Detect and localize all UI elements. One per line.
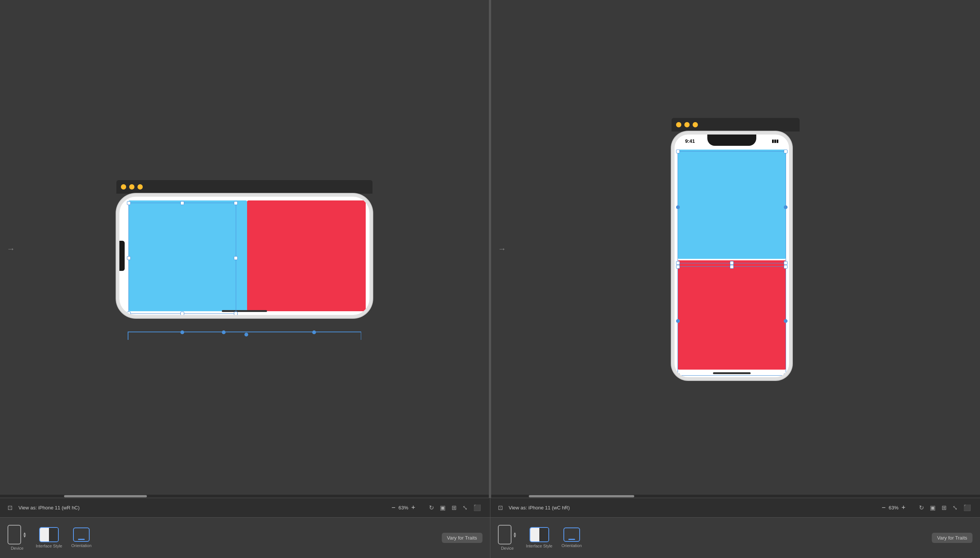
time-label: 9:41 [682,138,695,144]
left-device-chevron[interactable]: ▲ ▼ [23,532,27,538]
left-icon-device[interactable]: ▣ [438,502,447,513]
left-status-bar-bottom: ▲ ▼ Device Interface Style Orient [0,518,490,558]
red-rectangle-landscape [247,200,366,311]
right-scrollbar-thumb[interactable] [529,495,634,497]
landscape-window-bar [116,180,372,194]
panel-divider[interactable] [489,0,491,498]
right-device-icon[interactable] [498,525,511,545]
traffic-light-green-right[interactable] [693,122,698,127]
left-interface-style-label: Interface Style [36,544,62,548]
right-zoom-minus[interactable]: − [882,504,886,511]
right-scrollbar-track[interactable] [491,495,980,498]
traffic-light-yellow-left[interactable] [121,184,126,190]
left-orientation-label: Orientation [71,543,92,548]
right-canvas-panel: → 9:41 ▮▮▮ [491,0,980,498]
right-status-bar-bottom: ▲ ▼ Device Interface Style Orient [490,518,980,558]
home-indicator-landscape [222,310,267,312]
right-toolbar-icons: ↻ ▣ ⊞ ⤡ ⬛ [918,502,972,513]
red-rectangle-portrait [678,260,786,369]
right-status-panel: ⊡ View as: iPhone 11 (wC hR) − 63% + ↻ ▣… [490,498,980,558]
right-vary-button[interactable]: Vary for Traits [932,533,972,543]
right-orientation-control: Orientation [562,527,582,548]
left-interface-style-icon[interactable] [39,527,59,542]
traffic-light-yellow-right[interactable] [676,122,681,127]
right-icon-resize[interactable]: ⤡ [951,502,959,513]
right-device-label: Device [501,546,514,550]
left-scrollbar-track[interactable] [0,495,489,498]
right-interface-style-icon[interactable] [529,527,549,542]
battery-indicator: ▮▮▮ [772,138,782,144]
portrait-top-notch [707,135,756,146]
left-panel-arrow: → [7,244,15,254]
right-orientation-label: Orientation [562,543,582,548]
left-icon-resize[interactable]: ⤡ [461,502,469,513]
iphone-landscape-frame [116,194,372,318]
left-vary-button[interactable]: Vary for Traits [442,533,482,543]
left-view-label: View as: iPhone 11 (wR hC) [18,505,79,510]
traffic-light-green-left[interactable] [138,184,143,190]
left-device-label: Device [11,546,24,550]
portrait-window-wrapper: 9:41 ▮▮▮ [672,118,800,380]
right-icon-refresh[interactable]: ↻ [918,502,925,513]
right-zoom-control: − 63% + [882,504,905,511]
left-device-control: ▲ ▼ Device [8,525,27,550]
left-zoom-level: 63% [398,505,408,510]
left-icon-refresh[interactable]: ↻ [428,502,435,513]
right-view-label: View as: iPhone 11 (wC hR) [509,505,570,510]
left-icon-export[interactable]: ⬛ [472,502,482,513]
left-canvas-panel: → [0,0,489,498]
left-toolbar-icons: ↻ ▣ ⊞ ⤡ ⬛ [428,502,482,513]
right-device-chevron[interactable]: ▲ ▼ [513,532,517,538]
right-icon-export[interactable]: ⬛ [962,502,972,513]
left-view-icon: ⊡ [8,504,12,511]
landscape-window-wrapper [116,180,372,318]
right-view-icon: ⊡ [498,504,503,511]
right-icon-layout[interactable]: ⊞ [940,502,948,513]
right-status-bar-top: ⊡ View as: iPhone 11 (wC hR) − 63% + ↻ ▣… [490,498,980,518]
portrait-window-bar [672,118,800,131]
left-orientation-control: Orientation [71,527,92,548]
left-status-bar-top: ⊡ View as: iPhone 11 (wR hC) − 63% + ↻ ▣… [0,498,490,518]
left-orientation-icon[interactable] [73,527,90,542]
right-zoom-plus[interactable]: + [901,504,905,511]
right-icon-device[interactable]: ▣ [928,502,937,513]
right-panel-arrow: → [498,244,506,254]
blue-rectangle-portrait [678,149,786,259]
constraint-lines [116,317,372,340]
bottom-status-area: ⊡ View as: iPhone 11 (wR hC) − 63% + ↻ ▣… [0,498,980,558]
left-device-icon[interactable] [8,525,21,545]
traffic-light-orange-left[interactable] [129,184,134,190]
left-status-panel: ⊡ View as: iPhone 11 (wR hC) − 63% + ↻ ▣… [0,498,490,558]
left-zoom-minus[interactable]: − [391,504,395,511]
left-scrollbar-thumb[interactable] [64,495,147,497]
right-zoom-level: 63% [888,505,898,510]
right-style-dark [539,528,548,542]
left-interface-style-control: Interface Style [36,527,62,548]
blue-rectangle-landscape [128,200,247,311]
landscape-content [125,197,369,315]
left-style-dark [49,528,58,542]
left-icon-layout[interactable]: ⊞ [450,502,458,513]
left-zoom-plus[interactable]: + [411,504,415,511]
right-interface-style-label: Interface Style [526,544,552,548]
portrait-content [678,149,786,369]
left-style-light [40,528,49,542]
left-zoom-control: − 63% + [391,504,415,511]
landscape-side-notch [120,241,125,271]
traffic-light-orange-right[interactable] [684,122,690,127]
right-device-control: ▲ ▼ Device [498,525,517,550]
right-orientation-icon[interactable] [564,527,580,542]
right-style-light [530,528,539,542]
iphone-portrait-frame: 9:41 ▮▮▮ [672,131,792,380]
home-indicator-portrait [713,372,751,374]
right-interface-style-control: Interface Style [526,527,552,548]
